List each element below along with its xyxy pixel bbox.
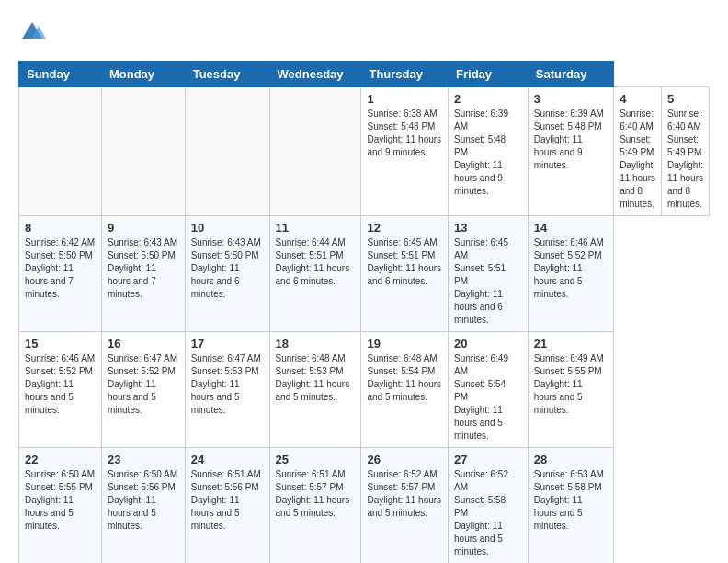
day-number: 21 bbox=[534, 337, 608, 350]
day-info: Sunrise: 6:52 AM Sunset: 5:57 PM Dayligh… bbox=[367, 468, 442, 520]
calendar-day-cell: 13 Sunrise: 6:45 AM Sunset: 5:51 PM Dayl… bbox=[449, 216, 529, 332]
calendar-day-cell: 23 Sunrise: 6:50 AM Sunset: 5:56 PM Dayl… bbox=[101, 448, 185, 564]
calendar-day-cell: 12 Sunrise: 6:45 AM Sunset: 5:51 PM Dayl… bbox=[361, 216, 449, 332]
calendar-day-cell: 9 Sunrise: 6:43 AM Sunset: 5:50 PM Dayli… bbox=[101, 216, 185, 332]
empty-cell bbox=[101, 87, 185, 216]
calendar-day-cell: 5 Sunrise: 6:40 AM Sunset: 5:49 PM Dayli… bbox=[662, 87, 710, 216]
calendar-week-row: 1 Sunrise: 6:38 AM Sunset: 5:48 PM Dayli… bbox=[19, 87, 710, 216]
weekday-header: Thursday bbox=[361, 62, 449, 87]
calendar-day-cell: 3 Sunrise: 6:39 AM Sunset: 5:48 PM Dayli… bbox=[528, 87, 613, 216]
weekday-header: Friday bbox=[449, 62, 529, 87]
day-info: Sunrise: 6:43 AM Sunset: 5:50 PM Dayligh… bbox=[108, 236, 179, 301]
calendar-week-row: 8 Sunrise: 6:42 AM Sunset: 5:50 PM Dayli… bbox=[19, 216, 710, 332]
day-info: Sunrise: 6:51 AM Sunset: 5:57 PM Dayligh… bbox=[276, 468, 356, 520]
calendar-day-cell: 1 Sunrise: 6:38 AM Sunset: 5:48 PM Dayli… bbox=[361, 87, 449, 216]
day-number: 4 bbox=[620, 92, 655, 106]
day-number: 20 bbox=[454, 337, 522, 350]
day-info: Sunrise: 6:48 AM Sunset: 5:53 PM Dayligh… bbox=[276, 352, 356, 404]
day-info: Sunrise: 6:38 AM Sunset: 5:48 PM Dayligh… bbox=[367, 108, 442, 159]
day-number: 12 bbox=[367, 221, 442, 235]
day-info: Sunrise: 6:50 AM Sunset: 5:55 PM Dayligh… bbox=[25, 468, 96, 533]
day-info: Sunrise: 6:51 AM Sunset: 5:56 PM Dayligh… bbox=[191, 468, 264, 533]
day-info: Sunrise: 6:44 AM Sunset: 5:51 PM Dayligh… bbox=[276, 236, 356, 288]
calendar-header-row: SundayMondayTuesdayWednesdayThursdayFrid… bbox=[19, 62, 710, 87]
page-header bbox=[18, 18, 710, 46]
calendar-day-cell: 28 Sunrise: 6:53 AM Sunset: 5:58 PM Dayl… bbox=[528, 448, 613, 564]
weekday-header: Sunday bbox=[19, 62, 102, 87]
day-number: 15 bbox=[25, 337, 96, 350]
calendar-day-cell: 18 Sunrise: 6:48 AM Sunset: 5:53 PM Dayl… bbox=[269, 332, 361, 448]
calendar-week-row: 22 Sunrise: 6:50 AM Sunset: 5:55 PM Dayl… bbox=[19, 448, 710, 564]
empty-cell bbox=[269, 87, 361, 216]
day-info: Sunrise: 6:40 AM Sunset: 5:49 PM Dayligh… bbox=[667, 108, 703, 211]
day-info: Sunrise: 6:39 AM Sunset: 5:48 PM Dayligh… bbox=[454, 108, 522, 198]
logo-icon bbox=[18, 18, 46, 46]
day-number: 3 bbox=[534, 92, 608, 106]
day-number: 25 bbox=[276, 453, 356, 466]
empty-cell bbox=[185, 87, 269, 216]
day-info: Sunrise: 6:39 AM Sunset: 5:48 PM Dayligh… bbox=[534, 108, 608, 172]
day-number: 1 bbox=[367, 92, 442, 106]
weekday-header: Saturday bbox=[528, 62, 613, 87]
day-number: 17 bbox=[191, 337, 264, 350]
day-number: 27 bbox=[454, 453, 522, 466]
weekday-header: Wednesday bbox=[269, 62, 361, 87]
day-info: Sunrise: 6:47 AM Sunset: 5:53 PM Dayligh… bbox=[191, 352, 264, 417]
calendar-day-cell: 21 Sunrise: 6:49 AM Sunset: 5:55 PM Dayl… bbox=[528, 332, 613, 448]
day-info: Sunrise: 6:40 AM Sunset: 5:49 PM Dayligh… bbox=[620, 108, 655, 211]
day-info: Sunrise: 6:48 AM Sunset: 5:54 PM Dayligh… bbox=[367, 352, 442, 404]
calendar-day-cell: 11 Sunrise: 6:44 AM Sunset: 5:51 PM Dayl… bbox=[269, 216, 361, 332]
calendar-day-cell: 22 Sunrise: 6:50 AM Sunset: 5:55 PM Dayl… bbox=[19, 448, 102, 564]
day-number: 16 bbox=[108, 337, 179, 350]
day-number: 23 bbox=[108, 453, 179, 466]
day-info: Sunrise: 6:42 AM Sunset: 5:50 PM Dayligh… bbox=[25, 236, 96, 301]
day-number: 5 bbox=[667, 92, 703, 106]
calendar-day-cell: 20 Sunrise: 6:49 AM Sunset: 5:54 PM Dayl… bbox=[449, 332, 529, 448]
day-info: Sunrise: 6:45 AM Sunset: 5:51 PM Dayligh… bbox=[367, 236, 442, 288]
calendar-day-cell: 25 Sunrise: 6:51 AM Sunset: 5:57 PM Dayl… bbox=[269, 448, 361, 564]
calendar-day-cell: 16 Sunrise: 6:47 AM Sunset: 5:52 PM Dayl… bbox=[101, 332, 185, 448]
calendar-day-cell: 26 Sunrise: 6:52 AM Sunset: 5:57 PM Dayl… bbox=[361, 448, 449, 564]
day-info: Sunrise: 6:46 AM Sunset: 5:52 PM Dayligh… bbox=[25, 352, 96, 417]
calendar-week-row: 15 Sunrise: 6:46 AM Sunset: 5:52 PM Dayl… bbox=[19, 332, 710, 448]
calendar-day-cell: 17 Sunrise: 6:47 AM Sunset: 5:53 PM Dayl… bbox=[185, 332, 269, 448]
day-info: Sunrise: 6:46 AM Sunset: 5:52 PM Dayligh… bbox=[534, 236, 608, 301]
day-number: 10 bbox=[191, 221, 264, 235]
weekday-header: Tuesday bbox=[185, 62, 269, 87]
calendar-day-cell: 24 Sunrise: 6:51 AM Sunset: 5:56 PM Dayl… bbox=[185, 448, 269, 564]
calendar-day-cell: 19 Sunrise: 6:48 AM Sunset: 5:54 PM Dayl… bbox=[361, 332, 449, 448]
day-number: 13 bbox=[454, 221, 522, 235]
day-number: 8 bbox=[25, 221, 96, 235]
day-info: Sunrise: 6:50 AM Sunset: 5:56 PM Dayligh… bbox=[108, 468, 179, 533]
calendar-day-cell: 27 Sunrise: 6:52 AM Sunset: 5:58 PM Dayl… bbox=[449, 448, 529, 564]
day-number: 9 bbox=[108, 221, 179, 235]
weekday-header: Monday bbox=[101, 62, 185, 87]
day-info: Sunrise: 6:52 AM Sunset: 5:58 PM Dayligh… bbox=[454, 468, 522, 558]
day-number: 11 bbox=[276, 221, 356, 235]
day-number: 24 bbox=[191, 453, 264, 466]
calendar-day-cell: 15 Sunrise: 6:46 AM Sunset: 5:52 PM Dayl… bbox=[19, 332, 102, 448]
calendar-day-cell: 8 Sunrise: 6:42 AM Sunset: 5:50 PM Dayli… bbox=[19, 216, 102, 332]
day-info: Sunrise: 6:53 AM Sunset: 5:58 PM Dayligh… bbox=[534, 468, 608, 533]
day-number: 22 bbox=[25, 453, 96, 466]
empty-cell bbox=[19, 87, 102, 216]
calendar-day-cell: 14 Sunrise: 6:46 AM Sunset: 5:52 PM Dayl… bbox=[528, 216, 613, 332]
calendar-day-cell: 10 Sunrise: 6:43 AM Sunset: 5:50 PM Dayl… bbox=[185, 216, 269, 332]
day-number: 26 bbox=[367, 453, 442, 466]
day-info: Sunrise: 6:49 AM Sunset: 5:54 PM Dayligh… bbox=[454, 352, 522, 442]
day-number: 19 bbox=[367, 337, 442, 350]
day-info: Sunrise: 6:47 AM Sunset: 5:52 PM Dayligh… bbox=[108, 352, 179, 417]
day-info: Sunrise: 6:43 AM Sunset: 5:50 PM Dayligh… bbox=[191, 236, 264, 301]
day-number: 28 bbox=[534, 453, 608, 466]
calendar-day-cell: 4 Sunrise: 6:40 AM Sunset: 5:49 PM Dayli… bbox=[614, 87, 662, 216]
day-info: Sunrise: 6:45 AM Sunset: 5:51 PM Dayligh… bbox=[454, 236, 522, 327]
logo bbox=[18, 18, 50, 46]
day-number: 14 bbox=[534, 221, 608, 235]
calendar-day-cell: 2 Sunrise: 6:39 AM Sunset: 5:48 PM Dayli… bbox=[449, 87, 529, 216]
day-info: Sunrise: 6:49 AM Sunset: 5:55 PM Dayligh… bbox=[534, 352, 608, 417]
day-number: 18 bbox=[276, 337, 356, 350]
calendar-table: SundayMondayTuesdayWednesdayThursdayFrid… bbox=[18, 61, 710, 563]
day-number: 2 bbox=[454, 92, 522, 106]
